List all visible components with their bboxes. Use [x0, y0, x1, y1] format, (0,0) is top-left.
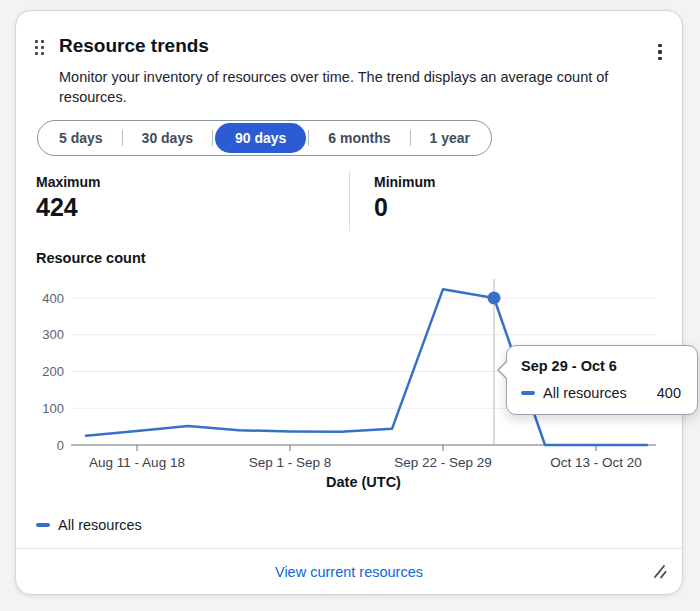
stat-minimum-label: Minimum	[374, 174, 435, 190]
x-tick-label: Aug 11 - Aug 18	[89, 455, 185, 470]
x-tick-label: Sep 1 - Sep 8	[249, 455, 332, 470]
view-current-resources-link[interactable]: View current resources	[275, 564, 423, 580]
y-tick-label: 100	[42, 401, 64, 416]
stat-divider	[349, 171, 350, 231]
x-tick-label: Sep 22 - Sep 29	[394, 455, 492, 470]
stat-maximum-label: Maximum	[36, 174, 101, 190]
tooltip-series-label: All resources	[543, 385, 627, 401]
widget-description: Monitor your inventory of resources over…	[59, 67, 639, 107]
tooltip-series-row: All resources 400	[521, 385, 681, 401]
range-option-30-days[interactable]: 30 days	[123, 123, 212, 153]
range-option-5-days[interactable]: 5 days	[40, 123, 122, 153]
x-tick-label: Oct 13 - Oct 20	[550, 455, 642, 470]
range-selector: 5 days30 days90 days6 months1 year	[37, 120, 492, 156]
legend-label[interactable]: All resources	[58, 517, 142, 533]
chart-legend: All resources	[36, 517, 142, 533]
range-option-90-days[interactable]: 90 days	[215, 123, 306, 153]
resource-trends-widget: Resource trends Monitor your inventory o…	[15, 10, 683, 595]
tooltip-date-range: Sep 29 - Oct 6	[521, 358, 681, 374]
range-option-6-months[interactable]: 6 months	[309, 123, 409, 153]
legend-dash-icon	[36, 523, 50, 527]
range-divider	[212, 130, 213, 146]
drag-handle-icon[interactable]	[35, 40, 45, 56]
widget-footer: View current resources	[16, 548, 682, 594]
y-tick-label: 300	[42, 327, 64, 342]
chart-title: Resource count	[36, 250, 146, 266]
series-dash-icon	[521, 391, 535, 395]
hover-point-marker	[488, 292, 501, 305]
x-axis-title: Date (UTC)	[326, 474, 401, 490]
widget-title: Resource trends	[59, 35, 209, 57]
range-option-1-year[interactable]: 1 year	[411, 123, 489, 153]
widget-menu-button[interactable]	[645, 37, 675, 67]
chart-tooltip: Sep 29 - Oct 6 All resources 400	[506, 345, 698, 415]
tooltip-series-value: 400	[657, 385, 681, 401]
stat-maximum-value: 424	[36, 193, 78, 222]
y-tick-label: 400	[42, 291, 64, 306]
stat-minimum-value: 0	[374, 193, 388, 222]
vertical-ellipsis-icon	[658, 44, 662, 61]
y-tick-label: 0	[57, 438, 64, 453]
y-tick-label: 200	[42, 364, 64, 379]
resize-handle-icon[interactable]	[652, 564, 668, 580]
